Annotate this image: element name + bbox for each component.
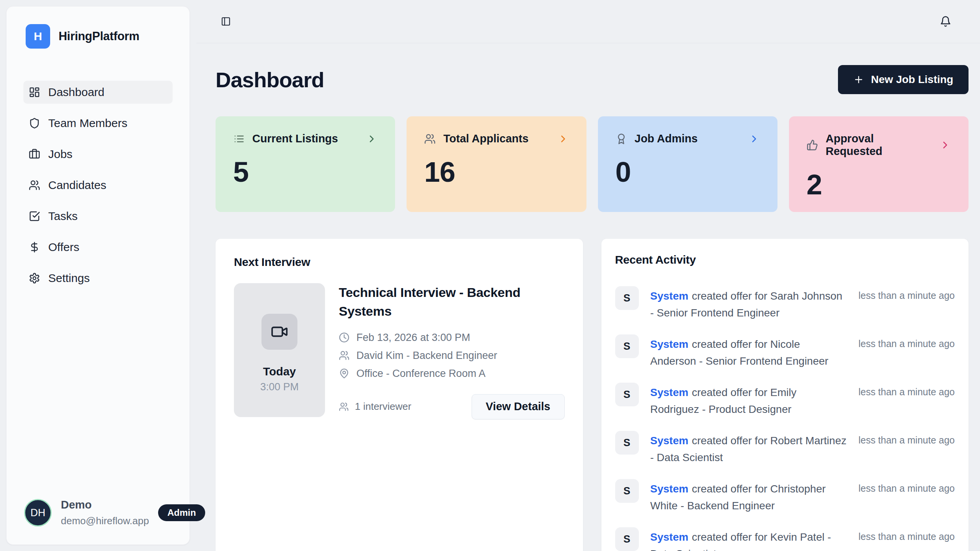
chevron-right-icon (939, 139, 951, 151)
sidebar-item-label: Offers (48, 241, 79, 254)
sidebar-item-label: Settings (48, 272, 90, 285)
dashboard-icon (29, 86, 40, 98)
interview-location-row: Office - Conference Room A (339, 368, 565, 380)
stat-card-total-applicants[interactable]: Total Applicants 16 (407, 116, 586, 212)
sidebar-item-offers[interactable]: Offers (23, 236, 173, 259)
sidebar-item-settings[interactable]: Settings (23, 267, 173, 290)
sidebar-item-dashboard[interactable]: Dashboard (23, 81, 173, 104)
main-area: Dashboard New Job Listing Current Listin… (196, 0, 980, 551)
activity-avatar: S (615, 431, 639, 455)
activity-timestamp: less than a minute ago (858, 383, 955, 418)
activity-text: Systemcreated offer for Kevin Patel - Da… (650, 527, 847, 551)
map-pin-icon (339, 368, 350, 379)
sidebar-item-label: Team Members (48, 117, 127, 130)
sidebar-item-jobs[interactable]: Jobs (23, 143, 173, 166)
sidebar-item-label: Candidates (48, 179, 106, 192)
activity-list: S Systemcreated offer for Sarah Johnson … (615, 286, 955, 551)
app-window: H HiringPlatform Dashboard Team Members … (0, 0, 980, 551)
interview-datetime-row: Feb 13, 2026 at 3:00 PM (339, 332, 565, 344)
interview-footer: 1 interviewer View Details (339, 394, 565, 419)
stat-card-header: Total Applicants (424, 132, 568, 145)
activity-avatar: S (615, 334, 639, 358)
interview-location: Office - Conference Room A (356, 368, 485, 380)
interview-date-tile: Today 3:00 PM (234, 283, 325, 417)
sidebar-toggle-button[interactable] (221, 16, 231, 26)
activity-actor-link[interactable]: System (650, 290, 689, 302)
dollar-icon (29, 241, 40, 253)
activity-item: S Systemcreated offer for Kevin Patel - … (615, 527, 955, 551)
avatar-initials: DH (31, 507, 46, 519)
clock-icon (339, 332, 350, 343)
activity-timestamp: less than a minute ago (858, 286, 955, 321)
stat-card-header: Approval Requested (807, 132, 951, 158)
notifications-button[interactable] (940, 16, 951, 27)
sidebar-user[interactable]: DH Demo demo@hireflow.app Admin (7, 499, 189, 544)
activity-item: S Systemcreated offer for Nicole Anderso… (615, 334, 955, 370)
stats-row: Current Listings 5 Total Applicants 16 (216, 116, 969, 212)
activity-item: S Systemcreated offer for Sarah Johnson … (615, 286, 955, 321)
stat-label: Current Listings (252, 132, 338, 145)
users-icon (339, 402, 349, 412)
award-icon (616, 133, 627, 145)
recent-activity-heading: Recent Activity (615, 253, 955, 266)
topbar (196, 0, 980, 43)
interview-title: Technical Interview - Backend Systems (339, 283, 559, 321)
interview-details: Technical Interview - Backend Systems Fe… (339, 283, 565, 419)
interviewer-count: 1 interviewer (339, 401, 411, 412)
interview-person: David Kim - Backend Engineer (356, 350, 497, 362)
activity-actor-link[interactable]: System (650, 386, 689, 398)
interview-datetime: Feb 13, 2026 at 3:00 PM (356, 332, 470, 344)
briefcase-icon (29, 148, 40, 160)
panel-left-icon (221, 16, 231, 26)
sidebar-nav: Dashboard Team Members Jobs Candidates T… (7, 81, 189, 290)
activity-avatar: S (615, 527, 639, 551)
page-title: Dashboard (216, 67, 324, 92)
sidebar-item-team-members[interactable]: Team Members (23, 112, 173, 135)
stat-value: 16 (424, 156, 568, 188)
activity-item: S Systemcreated offer for Christopher Wh… (615, 479, 955, 514)
avatar: DH (24, 499, 52, 527)
interview-day: Today (263, 365, 296, 378)
app-title: HiringPlatform (59, 29, 139, 43)
activity-text: Systemcreated offer for Emily Rodriguez … (650, 383, 847, 418)
activity-actor-link[interactable]: System (650, 483, 689, 495)
view-details-button[interactable]: View Details (472, 394, 565, 419)
sidebar-item-candidates[interactable]: Candidates (23, 174, 173, 197)
activity-actor-link[interactable]: System (650, 338, 689, 350)
sidebar-item-label: Dashboard (48, 86, 105, 99)
gear-icon (29, 272, 40, 284)
stat-card-header: Job Admins (616, 132, 760, 145)
users-icon (29, 179, 40, 191)
content: Dashboard New Job Listing Current Listin… (196, 43, 980, 551)
stat-label: Approval Requested (826, 132, 932, 158)
sidebar-item-tasks[interactable]: Tasks (23, 205, 173, 228)
activity-actor-link[interactable]: System (650, 435, 689, 447)
check-square-icon (29, 210, 40, 222)
app-logo-letter: H (34, 30, 42, 43)
user-info: Demo demo@hireflow.app (61, 499, 149, 527)
stat-label: Total Applicants (443, 132, 528, 145)
sidebar: H HiringPlatform Dashboard Team Members … (6, 6, 190, 545)
stat-value: 5 (233, 156, 377, 188)
activity-timestamp: less than a minute ago (858, 527, 955, 551)
video-camera-icon (271, 323, 288, 341)
new-job-listing-label: New Job Listing (871, 73, 953, 86)
activity-timestamp: less than a minute ago (858, 334, 955, 370)
stat-label: Job Admins (635, 132, 698, 145)
stat-card-current-listings[interactable]: Current Listings 5 (216, 116, 395, 212)
interview-time: 3:00 PM (260, 381, 299, 393)
bell-icon (940, 16, 951, 27)
chevron-right-icon (748, 133, 760, 145)
next-interview-body: Today 3:00 PM Technical Interview - Back… (234, 283, 565, 419)
activity-avatar: S (615, 383, 639, 406)
shield-icon (29, 117, 40, 129)
activity-avatar: S (615, 479, 639, 503)
app-logo: H (26, 24, 50, 49)
user-email: demo@hireflow.app (61, 515, 149, 527)
stat-card-job-admins[interactable]: Job Admins 0 (598, 116, 777, 212)
chevron-right-icon (366, 133, 377, 145)
stat-card-approval-requested[interactable]: Approval Requested 2 (789, 116, 969, 212)
new-job-listing-button[interactable]: New Job Listing (838, 65, 969, 94)
list-icon (233, 133, 245, 145)
activity-actor-link[interactable]: System (650, 531, 689, 543)
